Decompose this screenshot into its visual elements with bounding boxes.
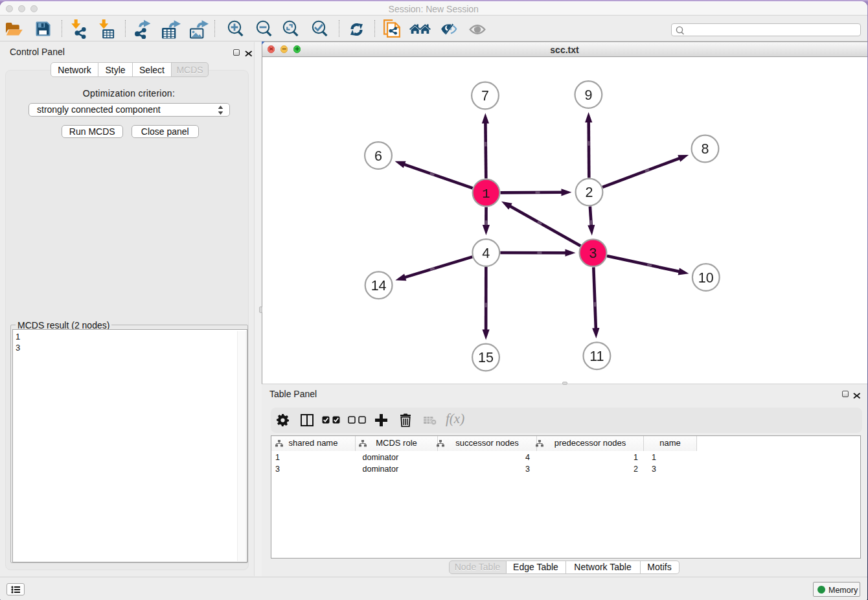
svg-text:2: 2 [585, 185, 593, 200]
svg-text:3: 3 [589, 246, 597, 261]
svg-text:9: 9 [584, 87, 592, 103]
svg-text:10: 10 [698, 270, 713, 286]
svg-text:6: 6 [374, 148, 382, 164]
svg-text:8: 8 [701, 141, 709, 157]
svg-text:7: 7 [481, 88, 489, 104]
svg-text:4: 4 [482, 246, 490, 261]
svg-text:15: 15 [478, 350, 494, 365]
svg-text:14: 14 [371, 278, 386, 294]
svg-text:1: 1 [482, 187, 490, 202]
svg-text:11: 11 [589, 349, 604, 364]
